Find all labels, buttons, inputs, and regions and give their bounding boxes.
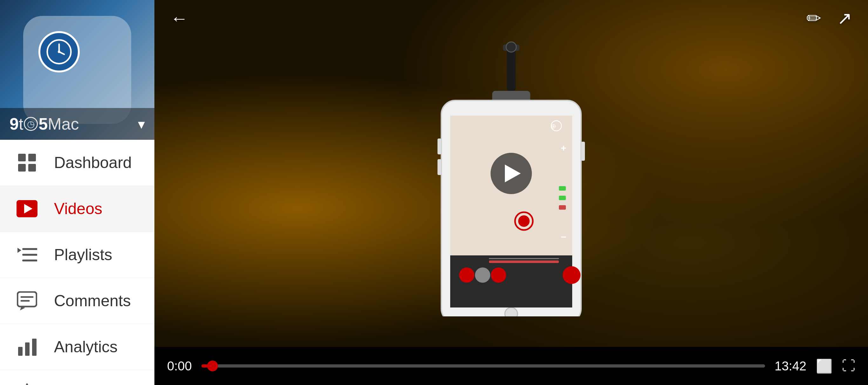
svg-point-43 [475, 267, 490, 283]
sidebar-item-playlists[interactable]: Playlists [0, 232, 154, 278]
svg-text:⊕: ⊕ [551, 123, 556, 130]
nav-list: Dashboard Videos Playlists [0, 140, 154, 385]
channel-name-mac: Mac [48, 115, 79, 133]
svg-point-32 [505, 308, 518, 316]
cast-icon[interactable]: ⬜ [816, 358, 832, 374]
svg-rect-53 [489, 260, 559, 263]
gear-icon [16, 382, 38, 385]
fullscreen-icon[interactable]: ⛶ [842, 358, 855, 374]
svg-point-44 [491, 267, 506, 283]
svg-rect-47 [559, 205, 566, 210]
channel-name-to: t◷ [19, 115, 38, 133]
svg-rect-33 [581, 142, 585, 161]
play-button[interactable] [491, 153, 532, 194]
sidebar: 9 t◷ 5 Mac ▾ Dashboard [0, 0, 154, 385]
svg-rect-14 [18, 292, 36, 307]
sidebar-item-comments[interactable]: Comments [0, 278, 154, 324]
video-top-bar: ← ✏ ↗ [154, 0, 868, 37]
svg-marker-13 [18, 248, 21, 253]
progress-dot [207, 360, 218, 371]
sidebar-item-settings[interactable]: Settings [0, 370, 154, 385]
sidebar-item-videos-label: Videos [54, 199, 102, 218]
sidebar-item-playlists-label: Playlists [54, 246, 112, 264]
video-controls: 0:00 13:42 ⬜ ⛶ [154, 347, 868, 385]
svg-rect-27 [507, 50, 516, 91]
share-button[interactable]: ↗ [837, 9, 852, 27]
svg-rect-7 [28, 164, 36, 171]
svg-rect-4 [18, 154, 26, 161]
sidebar-item-dashboard[interactable]: Dashboard [0, 140, 154, 186]
bar-chart-icon [16, 336, 38, 358]
sidebar-item-videos[interactable]: Videos [0, 186, 154, 232]
video-icon [16, 198, 38, 220]
list-icon [16, 244, 38, 266]
progress-bar[interactable] [202, 364, 765, 367]
back-button[interactable]: ← [170, 9, 188, 27]
channel-name-bar: 9 t◷ 5 Mac ▾ [0, 108, 154, 140]
total-time-label: 13:42 [775, 359, 806, 373]
svg-rect-34 [437, 138, 441, 154]
sidebar-item-analytics[interactable]: Analytics [0, 324, 154, 370]
channel-logo-shape [23, 16, 131, 124]
svg-point-42 [459, 267, 474, 283]
channel-name-5: 5 [38, 115, 48, 133]
video-top-right-controls: ✏ ↗ [806, 9, 852, 27]
sidebar-item-comments-label: Comments [54, 292, 131, 310]
chat-icon [16, 290, 38, 312]
svg-rect-46 [559, 196, 566, 200]
video-area: + − ⊕ ← ✏ ↗ [154, 0, 868, 347]
svg-text:+: + [561, 142, 566, 153]
svg-rect-45 [559, 186, 566, 191]
svg-point-3 [58, 51, 60, 53]
sidebar-item-analytics-label: Analytics [54, 338, 118, 356]
channel-header: 9 t◷ 5 Mac ▾ [0, 0, 154, 140]
svg-text:−: − [561, 231, 566, 242]
svg-rect-19 [25, 343, 30, 356]
grid-icon [16, 152, 38, 174]
channel-name: 9 t◷ 5 Mac [9, 115, 79, 133]
svg-rect-18 [18, 347, 23, 356]
svg-point-40 [518, 215, 530, 227]
video-panel: + − ⊕ ← ✏ ↗ 0:00 [154, 0, 868, 385]
svg-rect-20 [32, 339, 36, 356]
current-time-label: 0:00 [167, 359, 192, 373]
svg-point-29 [506, 42, 516, 52]
edit-button[interactable]: ✏ [806, 9, 821, 27]
svg-rect-6 [18, 164, 26, 171]
channel-name-9: 9 [9, 115, 19, 133]
svg-point-41 [563, 266, 581, 284]
svg-rect-5 [28, 154, 36, 161]
clock-icon [38, 31, 80, 72]
svg-rect-35 [437, 159, 441, 175]
channel-dropdown-arrow[interactable]: ▾ [138, 116, 145, 132]
sidebar-item-dashboard-label: Dashboard [54, 154, 132, 172]
sidebar-item-settings-label: Settings [54, 384, 112, 385]
